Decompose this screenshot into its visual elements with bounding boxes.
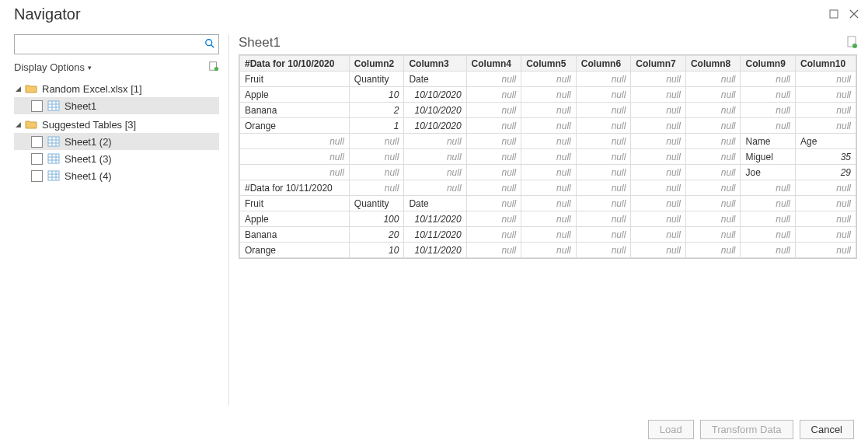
table-row[interactable]: #Data for 10/11/2020nullnullnullnullnull…	[240, 180, 856, 196]
table-cell[interactable]: null	[521, 227, 577, 243]
table-row[interactable]: nullnullnullnullnullnullnullnullMiguel35	[240, 149, 856, 165]
table-cell[interactable]: null	[349, 149, 404, 165]
table-cell[interactable]: null	[576, 118, 631, 134]
table-cell[interactable]: null	[576, 165, 631, 180]
column-header[interactable]: Column8	[685, 56, 741, 72]
table-cell[interactable]: null	[576, 149, 631, 165]
table-cell[interactable]: 1	[349, 118, 404, 134]
table-cell[interactable]: Quantity	[349, 196, 404, 211]
table-cell[interactable]: null	[741, 118, 796, 134]
table-cell[interactable]: null	[349, 165, 404, 180]
table-cell[interactable]: null	[521, 118, 577, 134]
table-cell[interactable]: null	[576, 243, 631, 258]
table-cell[interactable]: null	[631, 134, 686, 149]
checkbox[interactable]	[31, 100, 43, 112]
table-cell[interactable]: 20	[349, 227, 404, 243]
table-cell[interactable]: null	[741, 103, 796, 118]
table-cell[interactable]: Fruit	[240, 196, 350, 211]
table-cell[interactable]: null	[576, 87, 631, 103]
table-cell[interactable]: null	[466, 87, 521, 103]
table-cell[interactable]: 10/10/2020	[404, 118, 466, 134]
column-header[interactable]: Column7	[631, 56, 686, 72]
table-cell[interactable]: null	[631, 72, 686, 87]
table-cell[interactable]: null	[466, 196, 521, 211]
table-cell[interactable]: null	[685, 72, 741, 87]
preview-options-icon[interactable]	[846, 36, 857, 51]
table-row[interactable]: Orange110/10/2020nullnullnullnullnullnul…	[240, 118, 856, 134]
column-header[interactable]: Column5	[521, 56, 577, 72]
table-row[interactable]: Banana210/10/2020nullnullnullnullnullnul…	[240, 103, 856, 118]
table-cell[interactable]: Banana	[240, 227, 350, 243]
suggested-item[interactable]: Sheet1 (3)	[14, 150, 219, 167]
table-cell[interactable]: null	[404, 149, 466, 165]
tree-suggested-group[interactable]: ◢ Suggested Tables [3]	[14, 116, 219, 133]
table-cell[interactable]: 29	[796, 165, 856, 180]
table-cell[interactable]: null	[631, 149, 686, 165]
table-cell[interactable]: null	[741, 87, 796, 103]
table-cell[interactable]: null	[466, 180, 521, 196]
table-cell[interactable]: null	[576, 180, 631, 196]
table-row[interactable]: Apple10010/11/2020nullnullnullnullnullnu…	[240, 211, 856, 227]
table-row[interactable]: nullnullnullnullnullnullnullnullNameAge	[240, 134, 856, 149]
preview-table[interactable]: #Data for 10/10/2020Column2Column3Column…	[239, 54, 857, 259]
refresh-icon[interactable]	[208, 61, 219, 74]
table-cell[interactable]: Apple	[240, 211, 350, 227]
table-cell[interactable]: Fruit	[240, 72, 350, 87]
table-cell[interactable]: 35	[796, 149, 856, 165]
table-cell[interactable]: null	[741, 196, 796, 211]
table-cell[interactable]: Banana	[240, 103, 350, 118]
table-row[interactable]: FruitQuantityDatenullnullnullnullnullnul…	[240, 72, 856, 87]
checkbox[interactable]	[31, 170, 43, 182]
table-cell[interactable]: null	[521, 149, 577, 165]
table-cell[interactable]: null	[685, 227, 741, 243]
table-row[interactable]: Orange1010/11/2020nullnullnullnullnullnu…	[240, 243, 856, 258]
table-cell[interactable]: null	[685, 103, 741, 118]
column-header[interactable]: Column3	[404, 56, 466, 72]
column-header[interactable]: #Data for 10/10/2020	[240, 56, 350, 72]
search-input[interactable]	[15, 39, 201, 51]
table-cell[interactable]: null	[466, 211, 521, 227]
table-cell[interactable]: Date	[404, 196, 466, 211]
table-cell[interactable]: null	[796, 87, 856, 103]
table-cell[interactable]: null	[631, 196, 686, 211]
table-cell[interactable]: null	[796, 196, 856, 211]
table-cell[interactable]: Quantity	[349, 72, 404, 87]
search-input-container[interactable]	[14, 34, 219, 54]
table-cell[interactable]: null	[741, 211, 796, 227]
table-cell[interactable]: null	[741, 180, 796, 196]
table-cell[interactable]: Date	[404, 72, 466, 87]
table-row[interactable]: FruitQuantityDatenullnullnullnullnullnul…	[240, 196, 856, 211]
table-cell[interactable]: null	[631, 243, 686, 258]
checkbox[interactable]	[31, 153, 43, 165]
table-cell[interactable]: null	[404, 180, 466, 196]
table-cell[interactable]: null	[466, 243, 521, 258]
cancel-button[interactable]: Cancel	[800, 420, 854, 439]
table-row[interactable]: Apple1010/10/2020nullnullnullnullnullnul…	[240, 87, 856, 103]
table-cell[interactable]: 10/11/2020	[404, 227, 466, 243]
table-cell[interactable]: 10/10/2020	[404, 87, 466, 103]
table-cell[interactable]: null	[796, 72, 856, 87]
table-cell[interactable]: null	[631, 165, 686, 180]
table-cell[interactable]: 2	[349, 103, 404, 118]
search-icon[interactable]	[201, 38, 218, 51]
table-cell[interactable]: null	[521, 196, 577, 211]
table-cell[interactable]: null	[466, 118, 521, 134]
table-cell[interactable]: null	[240, 134, 350, 149]
table-cell[interactable]: null	[404, 134, 466, 149]
table-cell[interactable]: null	[521, 243, 577, 258]
table-cell[interactable]: null	[466, 103, 521, 118]
table-cell[interactable]: null	[685, 149, 741, 165]
column-header[interactable]: Column10	[796, 56, 856, 72]
table-cell[interactable]: null	[349, 134, 404, 149]
table-cell[interactable]: null	[796, 103, 856, 118]
table-cell[interactable]: null	[521, 72, 577, 87]
table-cell[interactable]: null	[741, 227, 796, 243]
checkbox[interactable]	[31, 136, 43, 148]
table-cell[interactable]: null	[631, 180, 686, 196]
table-cell[interactable]: null	[685, 196, 741, 211]
column-header[interactable]: Column4	[466, 56, 521, 72]
table-cell[interactable]: 10	[349, 243, 404, 258]
suggested-item[interactable]: Sheet1 (2)	[14, 133, 219, 150]
expand-icon[interactable]: ◢	[16, 120, 25, 128]
table-cell[interactable]: null	[466, 72, 521, 87]
